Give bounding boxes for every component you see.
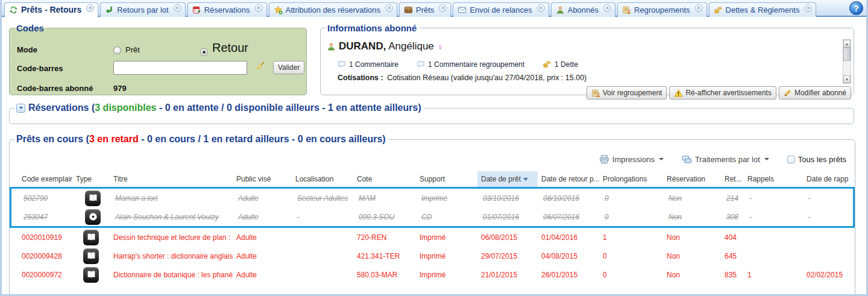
tab-close-icon[interactable]: × xyxy=(603,4,611,12)
tab-close-icon[interactable]: × xyxy=(537,4,545,12)
impressions-menu[interactable]: Impressions xyxy=(599,154,664,165)
cell-rappels: - xyxy=(746,213,805,221)
tab-regroupements[interactable]: Regroupements× xyxy=(617,2,707,17)
cell-ret: 404 xyxy=(721,233,744,242)
cell-ret: 214 xyxy=(723,194,746,203)
column-header-prolongations[interactable]: Prolongations xyxy=(599,175,663,183)
scrollbar-thumb[interactable] xyxy=(843,48,851,61)
cell-code: 0020009428 xyxy=(10,252,72,260)
subscriber-scrollbar[interactable]: ▲ ▼ xyxy=(843,39,851,84)
tab-attribution-des-reservations[interactable]: Attribution des réservations× xyxy=(269,2,398,17)
collapse-toggle-icon[interactable] xyxy=(16,104,25,113)
reservations-panel: Réservations (3 disponibles - 0 en atten… xyxy=(9,102,854,124)
envelope-icon xyxy=(458,5,467,14)
cell-prolongations: 0 xyxy=(599,252,663,260)
tab-close-icon[interactable]: × xyxy=(695,4,703,12)
cell-rappels: - xyxy=(746,194,805,203)
column-header-titre[interactable]: Titre xyxy=(110,175,233,183)
column-header-type[interactable]: Type xyxy=(72,175,110,183)
comment-bubble-icon xyxy=(338,60,346,69)
column-header-cote[interactable]: Cote xyxy=(353,175,416,183)
cell-date_pret: 03/10/2016 xyxy=(479,194,539,203)
column-header-label: Public visé xyxy=(236,175,271,183)
column-header-support[interactable]: Support xyxy=(416,175,477,183)
tab-close-icon[interactable]: × xyxy=(86,4,94,12)
recycle-icon xyxy=(9,5,18,14)
column-header-label: Date de retour p... xyxy=(541,175,599,183)
cell-titre: Maman a tort xyxy=(112,194,234,203)
modifier-abonne-button[interactable]: Modifier abonné xyxy=(779,86,851,99)
tab-close-icon[interactable]: × xyxy=(255,4,263,12)
column-header-localisation[interactable]: Localisation xyxy=(292,175,353,183)
broom-icon[interactable] xyxy=(255,60,266,71)
cell-reservation: Non xyxy=(665,194,723,203)
badge-1-commentaire[interactable]: 1 Commentaire xyxy=(338,60,398,69)
scroll-up-icon[interactable]: ▲ xyxy=(843,40,851,48)
help-button[interactable]: ? xyxy=(849,1,863,15)
cell-type xyxy=(74,191,112,206)
badge-1-dette[interactable]: 1 Dette xyxy=(542,60,578,69)
coins-icon xyxy=(542,60,552,69)
mode-radio-pret[interactable] xyxy=(113,46,121,54)
star-icon xyxy=(274,5,283,14)
column-header-date-de-pret[interactable]: Date de prêt xyxy=(477,171,538,187)
table-row[interactable]: 0020000972Dictionnaire de botanique : le… xyxy=(10,265,855,284)
book-icon xyxy=(85,191,101,206)
table-row[interactable]: 253047Alain Souchon & Laurent VoulzyAdul… xyxy=(11,207,853,226)
scroll-down-icon[interactable]: ▼ xyxy=(843,75,851,83)
cell-type xyxy=(72,267,110,283)
barcode-input[interactable] xyxy=(113,61,247,75)
tab-close-icon[interactable]: × xyxy=(804,4,812,12)
group-folder-icon xyxy=(622,5,631,14)
tab-abonnes[interactable]: Abonnés× xyxy=(551,2,615,17)
column-header-rappels[interactable]: Rappels xyxy=(744,175,803,183)
batch-icon xyxy=(682,154,692,165)
cell-reservation: Non xyxy=(665,213,723,221)
valider-button[interactable]: Valider xyxy=(273,61,304,74)
column-header-public-vise[interactable]: Public visé xyxy=(233,175,292,183)
traitements-menu[interactable]: Traitements par lot xyxy=(682,154,769,165)
tab-prets[interactable]: Prêts× xyxy=(399,2,451,17)
cell-support: CD xyxy=(418,213,479,221)
cotisations-value: Cotisation Réseau (valide jusqu'au 27/04… xyxy=(387,74,587,82)
tab-envoi-de-relances[interactable]: Envoi de relances× xyxy=(453,2,549,17)
tous-les-prets-checkbox[interactable] xyxy=(787,156,795,163)
tab-close-icon[interactable]: × xyxy=(385,4,393,12)
column-header-label: Date de rapp xyxy=(807,175,848,183)
tab-prets-retours[interactable]: Prêts - Retours× xyxy=(4,2,98,18)
column-header-code-exemplaire[interactable]: Code exemplaire xyxy=(10,175,72,183)
tab-close-icon[interactable]: × xyxy=(174,4,181,12)
tab-label: Attribution des réservations xyxy=(286,5,381,14)
voir-regroupement-button[interactable]: Voir regroupement xyxy=(587,86,667,99)
re-afficher-avertissements-button[interactable]: Ré-afficher avertissements xyxy=(669,86,776,99)
printer-icon xyxy=(599,154,609,165)
badge-1-commentaire-regroupement[interactable]: 1 Commentaire regroupement xyxy=(417,60,524,69)
mode-radio-pret-label[interactable]: Prêt xyxy=(125,45,140,54)
loans-overdue-count: 3 en retard xyxy=(89,134,139,144)
codes-panel: Codes Mode Prêt Retour Code-barres Valid… xyxy=(9,23,307,95)
tab-retours-par-lot[interactable]: Retours par lot× xyxy=(100,2,185,17)
tous-les-prets-label: Tous les prêts xyxy=(798,155,846,164)
column-header-date-de-retour-p[interactable]: Date de retour p... xyxy=(538,175,599,183)
cell-code: 0020010919 xyxy=(10,233,72,242)
tab-dettes-reglements[interactable]: Dettes & Règlements× xyxy=(709,2,817,17)
codes-legend: Codes xyxy=(14,23,47,33)
cell-code: 0020000972 xyxy=(10,271,72,279)
loans-panel: Prêts en cours (3 en retard - 0 en cours… xyxy=(9,134,855,296)
table-row[interactable]: 0020010919Dessin technique et lecture de… xyxy=(10,228,855,247)
table-header-row: Code exemplaireTypeTitrePublic viséLocal… xyxy=(10,171,855,187)
column-header-reservation[interactable]: Réservation xyxy=(663,175,721,183)
cell-localisation: Secteur Adultes xyxy=(294,194,355,203)
tab-close-icon[interactable]: × xyxy=(439,4,447,12)
loans-title-suffix: - 0 en cours / 1 en retard ailleurs - 0 … xyxy=(139,134,386,144)
table-row[interactable]: 0020009428Harrap's shorter : dictionnair… xyxy=(10,247,855,265)
tab-reservations[interactable]: Réservations× xyxy=(187,2,267,17)
mode-radio-retour[interactable] xyxy=(200,48,208,56)
cell-reservation: Non xyxy=(663,252,721,260)
column-header-ret[interactable]: Ret... xyxy=(721,175,744,183)
subscriber-legend-text: Informations abonné xyxy=(327,23,417,33)
table-row[interactable]: 502790Maman a tortAdulteSecteur AdultesM… xyxy=(11,189,853,207)
tous-les-prets-toggle[interactable]: Tous les prêts xyxy=(787,155,846,164)
column-header-date-de-rapp[interactable]: Date de rapp xyxy=(803,175,851,183)
mode-radio-retour-label[interactable]: Retour xyxy=(212,41,248,55)
